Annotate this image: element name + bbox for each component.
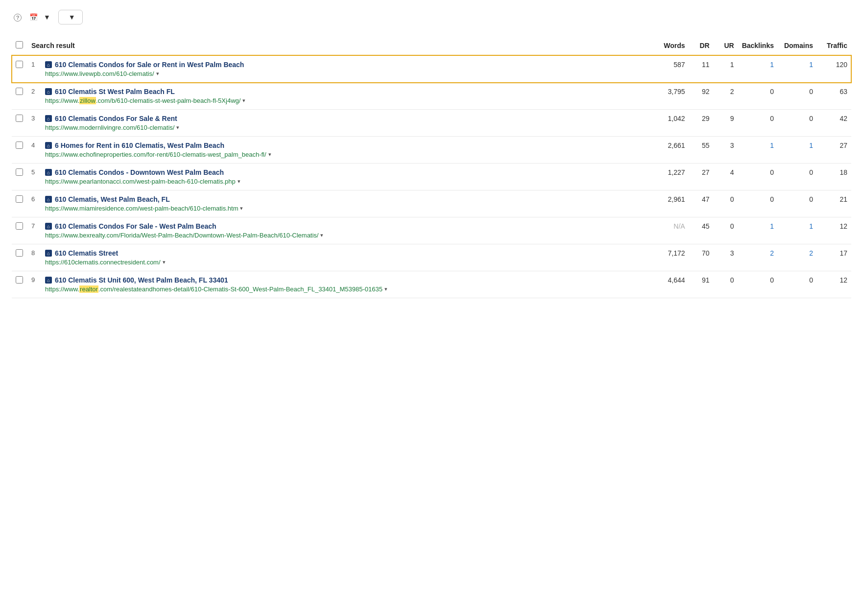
dr-value: 47 xyxy=(689,190,714,217)
result-title[interactable]: ⌂610 Clematis, West Palm Beach, FL xyxy=(45,195,646,203)
help-icon[interactable]: ? xyxy=(14,14,22,22)
row-number: 5 xyxy=(27,164,41,190)
row-checkbox-cell xyxy=(12,110,27,137)
result-title-text[interactable]: 610 Clematis Street xyxy=(55,249,118,257)
backlinks-value: 0 xyxy=(738,190,778,217)
traffic-value: 12 xyxy=(817,271,851,298)
th-search-result: Search result xyxy=(27,36,650,55)
row-checkbox[interactable] xyxy=(16,276,23,284)
result-title[interactable]: ⌂610 Clematis St West Palm Beach FL xyxy=(45,88,646,95)
url-dropdown-arrow[interactable]: ▾ xyxy=(238,178,240,185)
row-checkbox[interactable] xyxy=(16,142,23,149)
domains-value: 0 xyxy=(778,271,817,298)
dr-value: 92 xyxy=(689,83,714,110)
dr-value: 91 xyxy=(689,271,714,298)
row-number: 7 xyxy=(27,217,41,244)
favicon-icon: ⌂ xyxy=(45,61,52,68)
table-row: 6⌂610 Clematis, West Palm Beach, FLhttps… xyxy=(12,190,851,217)
result-title[interactable]: ⌂610 Clematis St Unit 600, West Palm Bea… xyxy=(45,276,646,284)
domains-value: 0 xyxy=(778,190,817,217)
words-value: 4,644 xyxy=(650,271,689,298)
domains-value[interactable]: 1 xyxy=(778,217,817,244)
row-checkbox[interactable] xyxy=(16,61,23,68)
result-url[interactable]: https://www.livewpb.com/610-clematis/ ▾ xyxy=(45,70,646,77)
result-title[interactable]: ⌂6 Homes for Rent in 610 Clematis, West … xyxy=(45,142,646,149)
url-dropdown-arrow[interactable]: ▾ xyxy=(240,205,243,212)
result-url[interactable]: https://www.pearlantonacci.com/west-palm… xyxy=(45,178,646,185)
row-number: 8 xyxy=(27,244,41,271)
table-row: 5⌂610 Clematis Condos - Downtown West Pa… xyxy=(12,164,851,190)
result-url[interactable]: https://www.zillow.com/b/610-clematis-st… xyxy=(45,97,646,104)
result-url[interactable]: https://www.bexrealty.com/Florida/West-P… xyxy=(45,232,646,239)
result-title[interactable]: ⌂610 Clematis Condos - Downtown West Pal… xyxy=(45,168,646,176)
result-title-text[interactable]: 610 Clematis St Unit 600, West Palm Beac… xyxy=(55,276,228,284)
dr-value: 45 xyxy=(689,217,714,244)
row-checkbox[interactable] xyxy=(16,222,23,230)
ur-value: 2 xyxy=(714,83,738,110)
result-title-text[interactable]: 610 Clematis St West Palm Beach FL xyxy=(55,88,175,95)
select-all-checkbox[interactable] xyxy=(16,41,23,48)
th-dr: DR xyxy=(689,36,714,55)
result-title-text[interactable]: 610 Clematis Condos For Sale - West Palm… xyxy=(55,222,216,230)
words-value: 3,795 xyxy=(650,83,689,110)
table-row: 1⌂610 Clematis Condos for Sale or Rent i… xyxy=(12,55,851,83)
result-url[interactable]: https://610clematis.connectresident.com/… xyxy=(45,259,646,266)
favicon-icon: ⌂ xyxy=(45,250,52,257)
url-dropdown-arrow[interactable]: ▾ xyxy=(242,97,245,104)
row-checkbox[interactable] xyxy=(16,115,23,122)
result-title[interactable]: ⌂610 Clematis Street xyxy=(45,249,646,257)
row-checkbox[interactable] xyxy=(16,249,23,257)
backlinks-value[interactable]: 2 xyxy=(738,244,778,271)
words-value: N/A xyxy=(650,217,689,244)
result-title[interactable]: ⌂610 Clematis Condos For Sale & Rent xyxy=(45,115,646,122)
ur-value: 3 xyxy=(714,137,738,164)
domains-value[interactable]: 1 xyxy=(778,137,817,164)
traffic-value: 27 xyxy=(817,137,851,164)
url-dropdown-arrow[interactable]: ▾ xyxy=(156,71,159,77)
backlinks-value[interactable]: 1 xyxy=(738,55,778,83)
date-selector-button[interactable]: 📅 ▼ xyxy=(29,13,50,21)
traffic-value: 12 xyxy=(817,217,851,244)
result-title-text[interactable]: 610 Clematis, West Palm Beach, FL xyxy=(55,195,170,203)
table-row: 8⌂610 Clematis Streethttps://610clematis… xyxy=(12,244,851,271)
result-title-text[interactable]: 6 Homes for Rent in 610 Clematis, West P… xyxy=(55,142,224,149)
backlinks-value[interactable]: 1 xyxy=(738,137,778,164)
words-value: 587 xyxy=(650,55,689,83)
domains-value: 0 xyxy=(778,164,817,190)
result-url[interactable]: https://www.miamiresidence.com/west-palm… xyxy=(45,205,646,212)
row-checkbox[interactable] xyxy=(16,88,23,95)
result-url[interactable]: https://www.realtor.com/realestateandhom… xyxy=(45,285,646,293)
chevron-down-icon: ▼ xyxy=(44,13,50,21)
ur-value: 1 xyxy=(714,55,738,83)
traffic-value: 18 xyxy=(817,164,851,190)
result-title-text[interactable]: 610 Clematis Condos For Sale & Rent xyxy=(55,115,177,122)
url-dropdown-arrow[interactable]: ▾ xyxy=(268,151,271,158)
table-row: 9⌂610 Clematis St Unit 600, West Palm Be… xyxy=(12,271,851,298)
ur-value: 0 xyxy=(714,271,738,298)
favicon-icon: ⌂ xyxy=(45,223,52,230)
url-dropdown-arrow[interactable]: ▾ xyxy=(320,232,323,238)
url-dropdown-arrow[interactable]: ▾ xyxy=(176,124,179,131)
result-title[interactable]: ⌂610 Clematis Condos for Sale or Rent in… xyxy=(45,61,646,69)
row-checkbox-cell xyxy=(12,217,27,244)
row-number: 9 xyxy=(27,271,41,298)
result-title-text[interactable]: 610 Clematis Condos - Downtown West Palm… xyxy=(55,168,224,176)
url-dropdown-arrow[interactable]: ▾ xyxy=(384,286,387,292)
domains-value[interactable]: 2 xyxy=(778,244,817,271)
result-url[interactable]: https://www.echofineproperties.com/for-r… xyxy=(45,151,646,158)
url-dropdown-arrow[interactable]: ▾ xyxy=(163,259,166,265)
result-title-text[interactable]: 610 Clematis Condos for Sale or Rent in … xyxy=(55,61,244,69)
row-checkbox[interactable] xyxy=(16,168,23,176)
result-url[interactable]: https://www.modernlivingre.com/610-clema… xyxy=(45,124,646,131)
compare-with-button[interactable]: ▼ xyxy=(58,10,83,24)
traffic-value: 63 xyxy=(817,83,851,110)
row-checkbox[interactable] xyxy=(16,195,23,203)
domains-value[interactable]: 1 xyxy=(778,55,817,83)
result-title[interactable]: ⌂610 Clematis Condos For Sale - West Pal… xyxy=(45,222,646,230)
result-cell: ⌂6 Homes for Rent in 610 Clematis, West … xyxy=(41,137,650,164)
page-title: ? xyxy=(12,12,22,22)
result-cell: ⌂610 Clematis Condos for Sale or Rent in… xyxy=(41,55,650,83)
backlinks-value[interactable]: 1 xyxy=(738,217,778,244)
backlinks-value: 0 xyxy=(738,110,778,137)
dr-value: 27 xyxy=(689,164,714,190)
